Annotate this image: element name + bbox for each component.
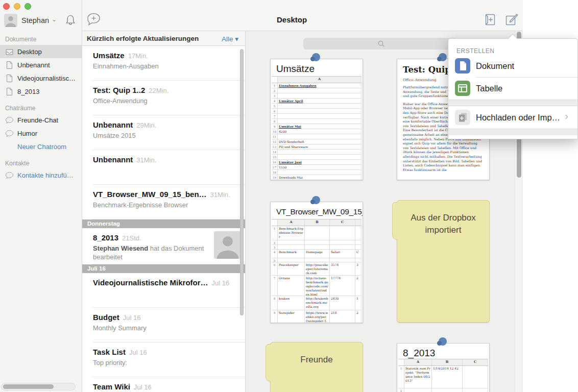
spreadsheet-cell: [278, 150, 362, 154]
row-number: 1: [272, 83, 278, 88]
card-8-2013[interactable]: 8_2013ABC1Statistik zum Projekt: "Perfor…: [397, 343, 490, 392]
popover-separator: [448, 100, 577, 106]
update-timestamp: Jul 16: [129, 349, 147, 356]
row-number: 6: [272, 109, 278, 113]
row-number: 19: [272, 175, 278, 180]
folder-aus-der-dropbox-importiert[interactable]: Aus der Dropbox importiert: [397, 200, 490, 323]
spreadsheet-cell: [355, 240, 362, 244]
popover-item-tabelle[interactable]: Tabelle: [448, 77, 577, 100]
update-row-unbenannt[interactable]: Unbenannt29Min.Umsätze 2015: [82, 115, 245, 150]
spreadsheet-row: 104200: [272, 129, 362, 134]
update-subtitle: Top priority:: [93, 358, 208, 367]
sidebar-item-freunde-chat[interactable]: Freunde-Chat: [0, 113, 82, 127]
update-row-8-2013[interactable]: 8_201321Std.Stephan Wiesend hat das Doku…: [82, 228, 245, 264]
update-subtitle: Umsätze 2015: [93, 131, 208, 140]
popover-item-hochladen-oder-imp[interactable]: Hochladen oder Imp…›: [448, 106, 577, 129]
popover-item-dokument[interactable]: Dokument: [448, 55, 577, 77]
spreadsheet-row: 2: [272, 240, 362, 245]
spreadsheet-row: 4BenchmarkHomepageSafariC: [272, 250, 362, 258]
spreadsheet-row: 15: [272, 155, 362, 160]
spreadsheet-header-row: ABC: [272, 219, 362, 226]
section-title: Dokumente: [0, 31, 82, 45]
row-number: 2: [398, 388, 404, 392]
sidebar-item-neuer-chatroom[interactable]: Neuer Chatroom: [0, 140, 82, 153]
spreadsheet-row: 18: [272, 170, 362, 175]
sidebar-section-chatr-ume: ChaträumeFreunde-ChatHumorNeuer Chatroom: [0, 98, 82, 153]
update-row-task-list[interactable]: Task ListJul 16Top priority:: [82, 342, 245, 377]
update-title: Videojournalistische Mikrofor…Jul 16: [93, 278, 239, 287]
popover-item-label: Hochladen oder Imp…: [476, 113, 560, 122]
card-vt-browser-mw-09-15-be[interactable]: VT_Browser_MW_09_15_beABC1Benchmark-Erge…: [270, 202, 363, 323]
update-row-unbenannt[interactable]: Unbenannt31Min.: [82, 150, 245, 185]
update-row-budget[interactable]: BudgetJul 16Monthly Summary: [82, 308, 245, 342]
popover-item-label: Dokument: [476, 61, 514, 71]
update-title: Unbenannt29Min.: [93, 120, 239, 129]
new-folder-icon[interactable]: [483, 13, 497, 27]
new-chat-icon[interactable]: [86, 12, 101, 27]
spreadsheet-header-row: A: [272, 77, 362, 83]
zoom-window-button[interactable]: [25, 3, 31, 10]
inbox-icon: [5, 47, 14, 56]
scrollbar-thumb[interactable]: [3, 384, 54, 389]
minimize-window-button[interactable]: [14, 3, 20, 10]
column-header: C: [463, 359, 488, 365]
sidebar-sections: DokumenteDesktopUnbenanntVideojournalist…: [0, 31, 82, 182]
spreadsheet-cell: [355, 258, 362, 262]
row-number: 5: [272, 104, 278, 108]
sidebar-item-kontakte-hinzuf[interactable]: Kontakte hinzufü…: [0, 168, 82, 182]
sidebar-item-8-2013[interactable]: 8_2013: [0, 85, 82, 98]
user-menu[interactable]: Stephan ⌄: [4, 14, 80, 28]
update-title: VT_Browser_MW_09_15_ben…31Min.: [93, 190, 239, 199]
compose-icon[interactable]: [504, 13, 519, 27]
update-timestamp: 21Std.: [122, 234, 141, 242]
spreadsheet-cell: http://peacekeeper.futuremark.com: [305, 262, 330, 275]
sidebar-section-dokumente: DokumenteDesktopUnbenanntVideojournalist…: [0, 31, 82, 98]
update-row-vt-browser-mw-09-15-ben[interactable]: VT_Browser_MW_09_15_ben…31Min.Benchmark-…: [82, 185, 245, 219]
row-number: 6: [272, 262, 278, 275]
updates-scrollbar-thumb[interactable]: [240, 49, 244, 315]
row-number: 8: [272, 119, 278, 124]
spreadsheet-row: 3: [272, 245, 362, 250]
spreadsheet-cell: [278, 240, 305, 244]
chat-icon: [5, 116, 14, 125]
sidebar-item-unbenannt[interactable]: Unbenannt: [0, 58, 82, 71]
spreadsheet-cell: DVD-Sonderheft: [278, 139, 362, 144]
spreadsheet-cell: 3: [355, 262, 362, 275]
spreadsheet-cell: [278, 245, 305, 249]
update-row-videojournalistische-mikrofor[interactable]: Videojournalistische Mikrofor…Jul 16: [82, 273, 245, 308]
search-input[interactable]: [303, 38, 459, 50]
mini-spreadsheet: A1Einnahmen-Ausgaben234Umsätze April5678…: [272, 76, 362, 180]
spreadsheet-cell: http://octane-benchmark.googlecode.com/s…: [305, 276, 330, 296]
spreadsheet-cell: Homepage: [305, 250, 330, 258]
spreadsheet-row: 4Umsätze April: [272, 99, 362, 104]
close-window-button[interactable]: [3, 3, 10, 10]
document-icon: [5, 74, 14, 83]
row-number: 3: [272, 245, 278, 249]
sidebar-horizontal-scrollbar[interactable]: [1, 383, 76, 390]
top-bar: Desktop: [82, 0, 523, 31]
create-popover: ERSTELLEN DokumentTabelleHochladen oder …: [448, 38, 578, 139]
folder-freunde[interactable]: Freunde: [270, 342, 363, 392]
update-subtitle: Office-Anwendung: [93, 96, 208, 105]
sidebar-item-videojournalistisc[interactable]: Videojournalistisc…: [0, 71, 82, 85]
sidebar-item-label: Videojournalistisc…: [17, 75, 76, 82]
notifications-bell-icon[interactable]: [64, 14, 77, 27]
row-number: 1: [398, 366, 404, 388]
spreadsheet-row: 5: [272, 258, 362, 262]
updates-filter-dropdown[interactable]: Alle ▾: [222, 35, 238, 43]
update-row-team-wiki[interactable]: Team WikiJul 16: [82, 377, 245, 392]
column-header: B: [432, 359, 463, 365]
sidebar-item-desktop[interactable]: Desktop: [0, 45, 82, 58]
date-section-header: Donnerstag: [82, 219, 245, 228]
spreadsheet-cell: Umsätze April: [278, 99, 362, 103]
sidebar-item-humor[interactable]: Humor: [0, 127, 82, 140]
sidebar-item-label: Unbenannt: [17, 61, 50, 69]
card-ums-tze[interactable]: UmsätzeA1Einnahmen-Ausgaben234Umsätze Ap…: [270, 59, 363, 180]
spreadsheet-cell: [278, 258, 305, 262]
section-title: Kontakte: [0, 153, 82, 168]
update-row-ums-tze[interactable]: Umsätze17Min.Einnahmen-Ausgaben: [82, 46, 245, 81]
spreadsheet-row: 13PD und Shareware: [272, 144, 362, 150]
update-subtitle: Stephan Wiesend hat das Dokument bearbei…: [93, 244, 208, 261]
sidebar-item-label: Humor: [17, 130, 37, 137]
update-row-test-quip-1-2[interactable]: Test: Quip 1..222Min.Office-Anwendung: [82, 81, 245, 115]
